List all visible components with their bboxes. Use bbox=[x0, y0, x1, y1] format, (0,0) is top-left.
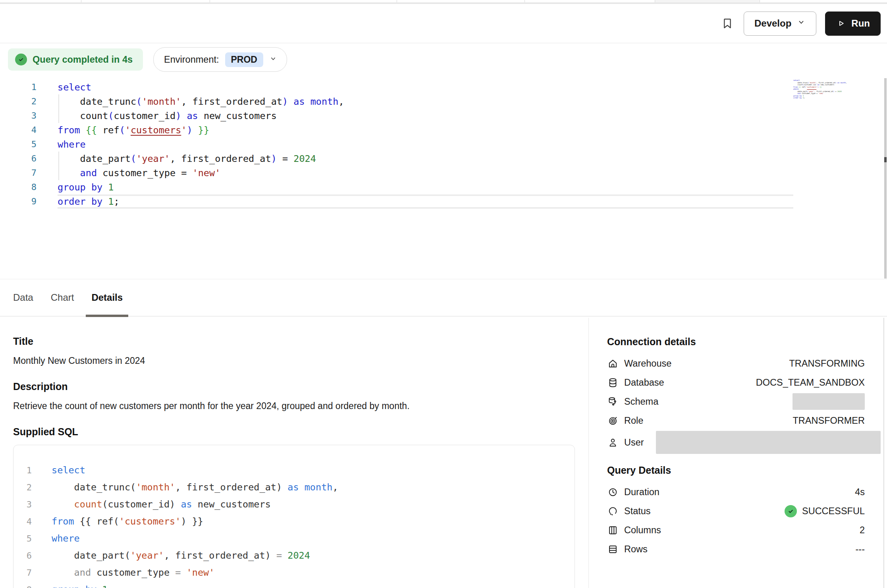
description-heading: Description bbox=[13, 380, 575, 392]
open-file-tab[interactable] bbox=[655, 0, 760, 2]
line-number: 9 bbox=[0, 194, 37, 209]
environment-value-pill: PROD bbox=[225, 52, 263, 67]
title-value: Monthly New Customers in 2024 bbox=[13, 355, 575, 366]
code-text: order by 1; bbox=[58, 194, 793, 209]
file-tab-strip bbox=[0, 0, 887, 4]
warehouse-icon bbox=[607, 358, 618, 369]
query-details-heading: Query Details bbox=[607, 464, 865, 476]
code-text: date_trunc('month', first_ordered_at) as… bbox=[58, 94, 793, 109]
develop-button-label: Develop bbox=[754, 18, 791, 29]
open-file-tab[interactable] bbox=[210, 0, 397, 2]
tab-chart[interactable]: Chart bbox=[51, 279, 74, 316]
detail-label: Warehouse bbox=[624, 358, 671, 369]
code-line: 4from {{ ref('customers') }} bbox=[0, 123, 887, 137]
run-button-label: Run bbox=[851, 18, 870, 29]
database-icon bbox=[607, 377, 618, 388]
detail-value: TRANSFORMER bbox=[793, 415, 865, 426]
chevron-down-icon bbox=[269, 54, 277, 65]
code-line: 6 date_part('year', first_ordered_at) = … bbox=[0, 152, 887, 166]
code-text: select bbox=[52, 462, 567, 479]
environment-label: Environment: bbox=[164, 54, 219, 65]
code-line: 1select bbox=[13, 462, 575, 479]
tab-data[interactable]: Data bbox=[13, 279, 33, 316]
bookmark-icon[interactable] bbox=[721, 17, 734, 30]
line-number: 2 bbox=[0, 94, 37, 109]
connection-details-heading: Connection details bbox=[607, 336, 865, 348]
code-line: 1select bbox=[0, 80, 887, 94]
code-line: 8group by 1 bbox=[13, 581, 575, 588]
editor-code-area[interactable]: 1select2 date_trunc('month', first_order… bbox=[0, 75, 887, 209]
query-row-status: StatusSUCCESSFUL bbox=[607, 502, 865, 521]
details-right-column: Connection details WarehouseTRANSFORMING… bbox=[588, 318, 887, 588]
detail-label: Role bbox=[624, 415, 643, 426]
code-line: 7 and customer_type = 'new' bbox=[13, 564, 575, 581]
run-button[interactable]: Run bbox=[825, 12, 881, 36]
detail-value: DOCS_TEAM_SANDBOX bbox=[756, 377, 865, 388]
sql-editor[interactable]: 1select2 date_trunc('month', first_order… bbox=[0, 75, 887, 279]
editor-scrollbar-thumb[interactable] bbox=[884, 157, 887, 162]
code-text: count(customer_id) as new_customers bbox=[52, 496, 567, 513]
page-scrollbar-track[interactable] bbox=[883, 318, 884, 588]
code-text: group by 1 bbox=[52, 581, 567, 588]
line-number: 4 bbox=[13, 513, 32, 530]
supplied-sql-code-block: 1select2 date_trunc('month', first_order… bbox=[13, 445, 575, 588]
line-number: 8 bbox=[0, 180, 37, 194]
code-line: 5where bbox=[13, 530, 575, 547]
code-line: 3 count(customer_id) as new_customers bbox=[13, 496, 575, 513]
connection-row-role: RoleTRANSFORMER bbox=[607, 411, 865, 430]
minimap-line: order by 1; bbox=[793, 97, 831, 99]
line-number: 1 bbox=[13, 462, 32, 479]
results-tab-bar: DataChartDetails bbox=[0, 279, 887, 317]
code-line: 8group by 1 bbox=[0, 180, 887, 194]
develop-button[interactable]: Develop bbox=[744, 12, 816, 36]
code-text: from {{ ref('customers') }} bbox=[52, 513, 567, 530]
success-check-icon bbox=[785, 505, 797, 517]
connection-row-database: DatabaseDOCS_TEAM_SANDBOX bbox=[607, 373, 865, 392]
redacted-value bbox=[656, 431, 881, 454]
detail-label: Status bbox=[624, 506, 651, 517]
line-number: 2 bbox=[13, 479, 32, 496]
line-number: 3 bbox=[0, 109, 37, 123]
open-file-tab[interactable] bbox=[0, 0, 81, 2]
connection-row-user: User bbox=[607, 430, 865, 455]
code-line: 4from {{ ref('customers') }} bbox=[13, 513, 575, 530]
open-file-tab[interactable] bbox=[81, 0, 210, 2]
line-number: 3 bbox=[13, 496, 32, 513]
code-line: 7 and customer_type = 'new' bbox=[0, 166, 887, 180]
detail-value: SUCCESSFUL bbox=[785, 505, 865, 517]
indent-guide bbox=[58, 94, 59, 123]
supplied-sql-heading: Supplied SQL bbox=[13, 426, 575, 438]
open-file-tab[interactable] bbox=[397, 0, 525, 2]
open-file-tab[interactable] bbox=[525, 0, 655, 2]
columns-icon bbox=[607, 525, 618, 536]
code-line: 6 date_part('year', first_ordered_at) = … bbox=[13, 547, 575, 564]
code-line: 5where bbox=[0, 137, 887, 152]
line-number: 7 bbox=[13, 564, 32, 581]
code-text: date_part('year', first_ordered_at) = 20… bbox=[52, 547, 567, 564]
code-text: where bbox=[52, 530, 567, 547]
query-status-text: Query completed in 4s bbox=[33, 54, 133, 65]
indent-guide bbox=[58, 152, 59, 180]
code-line: 2 date_trunc('month', first_ordered_at) … bbox=[0, 94, 887, 109]
toolbar: Develop Run bbox=[0, 4, 887, 43]
query-row-columns: Columns2 bbox=[607, 521, 865, 540]
code-line: 2 date_trunc('month', first_ordered_at) … bbox=[13, 479, 575, 496]
environment-dropdown[interactable]: Environment: PROD bbox=[153, 47, 287, 72]
code-text: and customer_type = 'new' bbox=[52, 564, 567, 581]
editor-minimap[interactable]: select date_trunc('month', first_ordered… bbox=[793, 79, 831, 99]
code-text: and customer_type = 'new' bbox=[58, 166, 793, 180]
redacted-value bbox=[793, 393, 865, 410]
details-pane: Title Monthly New Customers in 2024 Desc… bbox=[0, 318, 887, 588]
tab-details[interactable]: Details bbox=[91, 279, 123, 316]
code-text: count(customer_id) as new_customers bbox=[58, 109, 793, 123]
query-row-rows: Rows--- bbox=[607, 540, 865, 559]
chevron-down-icon bbox=[797, 18, 806, 29]
detail-label: Duration bbox=[624, 487, 659, 498]
user-icon bbox=[607, 437, 618, 448]
detail-value: --- bbox=[856, 544, 865, 555]
editor-scrollbar[interactable] bbox=[884, 78, 887, 279]
line-number: 5 bbox=[13, 530, 32, 547]
line-number: 1 bbox=[0, 80, 37, 94]
code-text: where bbox=[58, 137, 793, 152]
line-number: 6 bbox=[13, 547, 32, 564]
